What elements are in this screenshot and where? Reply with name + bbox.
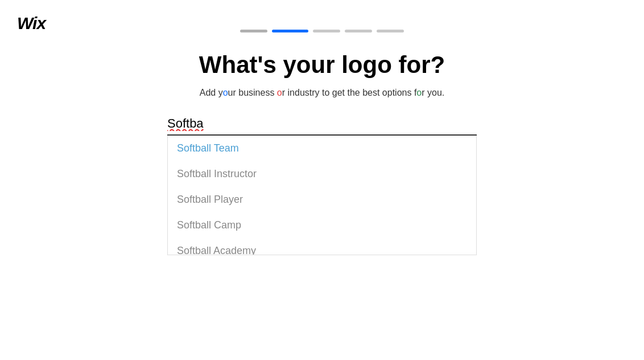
- dropdown-item-softball-team[interactable]: Softball Team: [168, 136, 476, 161]
- progress-step-5: [377, 30, 404, 32]
- wix-logo: Wix: [17, 14, 46, 33]
- dropdown-item-softball-instructor[interactable]: Softball Instructor: [168, 161, 476, 187]
- progress-bar: [240, 30, 404, 32]
- page-subtitle: Add your business or industry to get the…: [200, 88, 445, 98]
- progress-step-2: [272, 30, 308, 32]
- dropdown-item-softball-player[interactable]: Softball Player: [168, 187, 476, 212]
- progress-step-4: [345, 30, 372, 32]
- dropdown-list: Softball Team Softball Instructor Softba…: [167, 136, 477, 255]
- search-container: [167, 116, 477, 136]
- progress-step-3: [313, 30, 340, 32]
- progress-step-1: [240, 30, 267, 32]
- main-content: What's your logo for? Add your business …: [151, 51, 493, 255]
- page-title: What's your logo for?: [199, 51, 445, 79]
- search-input[interactable]: [167, 116, 477, 136]
- dropdown-item-softball-camp[interactable]: Softball Camp: [168, 212, 476, 238]
- dropdown-item-softball-academy[interactable]: Softball Academy: [168, 238, 476, 255]
